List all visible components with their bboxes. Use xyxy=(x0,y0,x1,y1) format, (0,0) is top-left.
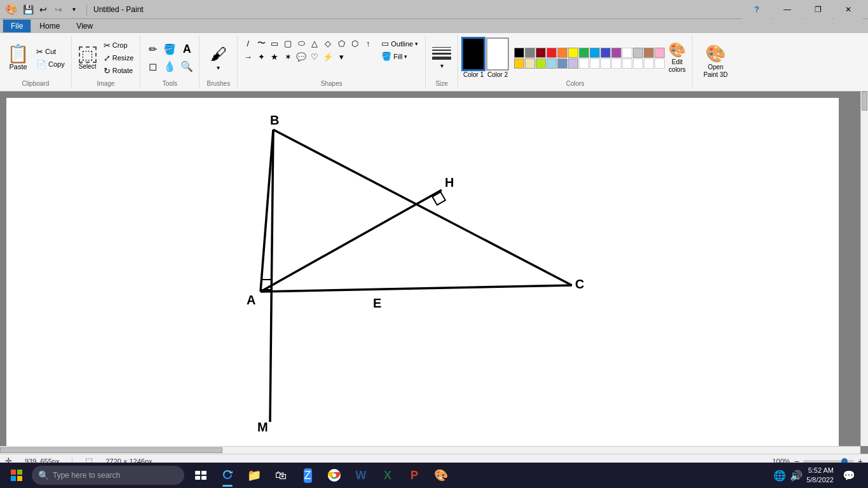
rotate-button[interactable]: ↻ Rotate xyxy=(101,65,137,77)
notification-button[interactable]: 💬 xyxy=(837,463,860,488)
swatch-w1[interactable] xyxy=(579,58,589,69)
open-paint3d-button[interactable]: 🎨 OpenPaint 3D xyxy=(696,41,735,81)
paint3d-taskbar-button[interactable]: 🎨 xyxy=(428,463,454,488)
swatch-yellow[interactable] xyxy=(568,48,578,58)
shape-ellipse[interactable]: ⬭ xyxy=(295,37,308,50)
magnifier-tool[interactable]: 🔍 xyxy=(179,58,195,75)
swatch-indigo[interactable] xyxy=(600,48,611,58)
shape-star6[interactable]: ✶ xyxy=(281,50,294,63)
swatch-lightgray[interactable] xyxy=(633,48,643,58)
shape-arrow-up[interactable]: ↑ xyxy=(362,37,374,50)
shape-star5[interactable]: ★ xyxy=(268,50,281,63)
vertical-scroll-thumb[interactable] xyxy=(862,92,867,111)
swatch-gold[interactable] xyxy=(514,58,524,69)
swatch-steelblue[interactable] xyxy=(557,58,567,69)
redo-icon[interactable]: ↪ xyxy=(52,3,65,16)
shape-rect[interactable]: ▭ xyxy=(268,37,281,50)
tab-file[interactable]: File xyxy=(3,19,31,32)
cut-button[interactable]: ✂ Cut xyxy=(34,46,67,58)
brushes-button[interactable]: 🖌 ▾ xyxy=(208,42,229,74)
text-tool[interactable]: A xyxy=(179,41,195,58)
swatch-w5[interactable] xyxy=(622,58,632,69)
swatch-w8[interactable] xyxy=(654,58,665,69)
tab-view[interactable]: View xyxy=(68,19,101,32)
color-picker-tool[interactable]: 💧 xyxy=(161,58,178,75)
swatch-w4[interactable] xyxy=(611,58,621,69)
eraser-tool[interactable]: ◻ xyxy=(144,58,161,75)
paste-button[interactable]: 📋 Paste xyxy=(4,43,32,72)
shape-star4[interactable]: ✦ xyxy=(255,50,268,63)
crop-button[interactable]: ✂ Crop xyxy=(101,39,137,51)
qat-more-icon[interactable]: ▾ xyxy=(67,3,80,16)
shape-curve[interactable]: 〜 xyxy=(255,37,268,50)
shape-triangle[interactable]: △ xyxy=(308,37,321,50)
minimize-button[interactable]: — xyxy=(773,0,802,19)
swatch-lime[interactable] xyxy=(536,58,546,69)
save-icon[interactable]: 💾 xyxy=(22,3,34,16)
maximize-button[interactable]: ❐ xyxy=(803,0,832,19)
color1-box[interactable] xyxy=(462,37,485,71)
select-button[interactable]: ⬚ Select xyxy=(76,44,100,72)
shape-diamond[interactable]: ◇ xyxy=(322,37,334,50)
swatch-blue[interactable] xyxy=(590,48,600,58)
swatch-darkred[interactable] xyxy=(536,48,546,58)
swatch-lavender[interactable] xyxy=(568,58,578,69)
horizontal-scroll-thumb[interactable] xyxy=(0,447,222,453)
canvas-scroll[interactable]: B A C M H E xyxy=(0,92,860,446)
shape-lightning[interactable]: ⚡ xyxy=(322,50,334,63)
shape-heart[interactable]: ♡ xyxy=(308,50,321,63)
undo-icon[interactable]: ↩ xyxy=(37,3,50,16)
swatch-black[interactable] xyxy=(514,48,524,58)
shape-arrow-right[interactable]: → xyxy=(241,50,254,63)
system-clock[interactable]: 5:52 AM 5/8/2022 xyxy=(806,466,834,485)
swatch-w6[interactable] xyxy=(633,58,643,69)
tab-home[interactable]: Home xyxy=(31,19,68,32)
file-explorer-button[interactable]: 📁 xyxy=(241,463,267,488)
shape-rounded-rect[interactable]: ▢ xyxy=(281,37,294,50)
outline-button[interactable]: ▭ Outline ▾ xyxy=(378,37,421,50)
swatch-skyblue[interactable] xyxy=(546,58,557,69)
canvas[interactable]: B A C M H E xyxy=(6,98,839,446)
chrome-button[interactable] xyxy=(322,463,347,488)
network-icon[interactable]: 🌐 xyxy=(773,470,786,482)
edit-colors-button[interactable]: 🎨 Editcolors xyxy=(666,41,688,75)
color2-box[interactable] xyxy=(486,37,509,71)
copy-button[interactable]: 📄 Copy xyxy=(34,58,67,71)
help-button[interactable]: ? xyxy=(742,0,771,19)
swatch-purple[interactable] xyxy=(611,48,621,58)
vertical-scrollbar[interactable] xyxy=(860,92,868,446)
horizontal-scrollbar[interactable] xyxy=(0,446,860,454)
swatch-gray[interactable] xyxy=(525,48,535,58)
swatch-orange[interactable] xyxy=(557,48,567,58)
swatch-tan[interactable] xyxy=(525,58,535,69)
fill-button[interactable]: 🪣 Fill ▾ xyxy=(378,50,421,62)
swatch-brown[interactable] xyxy=(644,48,654,58)
pencil-tool[interactable]: ✏ xyxy=(144,41,161,58)
resize-button[interactable]: ⤢ Resize xyxy=(101,52,137,64)
excel-button[interactable]: X xyxy=(375,463,400,488)
shape-hexagon[interactable]: ⬡ xyxy=(348,37,361,50)
fill-tool[interactable]: 🪣 xyxy=(161,41,178,58)
shape-line[interactable]: / xyxy=(241,37,254,50)
swatch-green[interactable] xyxy=(579,48,589,58)
edge-browser-button[interactable] xyxy=(215,463,240,488)
store-button[interactable]: 🛍 xyxy=(268,463,294,488)
swatch-white[interactable] xyxy=(622,48,632,58)
volume-icon[interactable]: 🔊 xyxy=(790,470,803,482)
zoom-button[interactable]: Z xyxy=(295,463,320,488)
start-button[interactable] xyxy=(3,463,31,488)
swatch-w7[interactable] xyxy=(644,58,654,69)
shape-callout[interactable]: 💬 xyxy=(295,50,308,63)
shape-pentagon[interactable]: ⬠ xyxy=(335,37,348,50)
shape-more[interactable]: ▾ xyxy=(335,50,348,63)
word-button[interactable]: W xyxy=(348,463,374,488)
task-view-button[interactable] xyxy=(188,463,214,488)
zoom-slider-track[interactable] xyxy=(803,460,854,463)
swatch-red[interactable] xyxy=(546,48,557,58)
swatch-w3[interactable] xyxy=(600,58,611,69)
swatch-w2[interactable] xyxy=(590,58,600,69)
close-button[interactable]: ✕ xyxy=(834,0,863,19)
taskbar-search[interactable]: 🔍 Type here to search xyxy=(32,466,184,485)
size-button[interactable]: ▾ xyxy=(430,44,454,72)
powerpoint-button[interactable]: P xyxy=(402,463,427,488)
